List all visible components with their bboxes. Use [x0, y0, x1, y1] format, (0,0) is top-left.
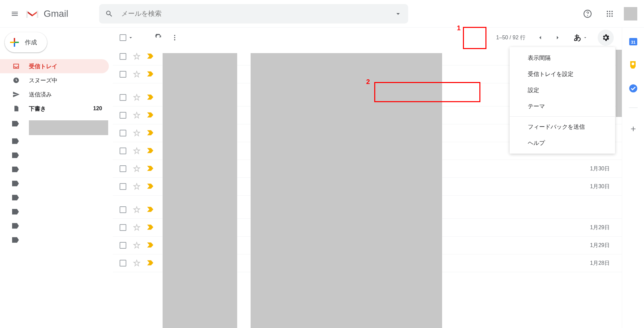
calendar-addon[interactable]: 31	[629, 37, 638, 46]
label-icon	[12, 223, 20, 231]
redacted-block	[29, 120, 108, 135]
row-checkbox[interactable]	[120, 165, 126, 172]
star-icon[interactable]	[133, 206, 140, 213]
star-icon[interactable]	[133, 53, 140, 60]
importance-icon[interactable]	[147, 53, 153, 60]
get-addons-button[interactable]: ＋	[629, 123, 638, 134]
sidebar-label-item[interactable]	[0, 206, 113, 220]
row-checkbox[interactable]	[120, 71, 126, 78]
row-checkbox[interactable]	[120, 242, 126, 249]
star-icon[interactable]	[133, 165, 140, 172]
svg-rect-1	[37, 11, 39, 18]
sidebar-item-drafts[interactable]: 下書き 120	[0, 101, 109, 116]
importance-icon[interactable]	[147, 165, 153, 172]
star-icon[interactable]	[133, 242, 140, 249]
dd-settings[interactable]: 設定	[510, 82, 615, 98]
svg-point-10	[611, 15, 613, 17]
google-apps-button[interactable]	[602, 6, 618, 22]
row-checkbox[interactable]	[120, 260, 126, 266]
sidebar-label-item[interactable]	[0, 220, 113, 234]
side-panel: 31 ＋	[622, 28, 644, 328]
row-checkbox[interactable]	[120, 148, 126, 154]
row-checkbox[interactable]	[120, 53, 126, 60]
sidebar-label-item[interactable]	[0, 149, 113, 163]
importance-icon[interactable]	[147, 130, 153, 136]
svg-point-5	[607, 13, 608, 14]
dd-themes[interactable]: テーマ	[510, 98, 615, 114]
keep-addon[interactable]	[629, 60, 638, 69]
star-icon[interactable]	[133, 71, 140, 78]
star-icon[interactable]	[133, 259, 140, 267]
next-page-button[interactable]	[550, 30, 566, 46]
compose-label: 作成	[25, 38, 37, 46]
search-input[interactable]	[115, 10, 394, 17]
label-icon	[12, 195, 20, 203]
refresh-button[interactable]	[151, 30, 167, 46]
search-bar[interactable]	[99, 4, 408, 24]
sidebar-label-item[interactable]	[0, 135, 113, 149]
header: Gmail	[0, 0, 644, 28]
sidebar-label-item[interactable]	[0, 163, 113, 177]
dd-display-density[interactable]: 表示間隔	[510, 50, 615, 66]
sent-icon	[12, 90, 20, 98]
star-icon[interactable]	[133, 129, 140, 137]
tasks-addon[interactable]	[629, 84, 638, 93]
label-icon	[12, 152, 20, 160]
importance-icon[interactable]	[147, 242, 153, 249]
row-checkbox[interactable]	[120, 130, 126, 136]
compose-button[interactable]: 作成	[5, 32, 47, 52]
input-lang-label: あ	[574, 33, 582, 43]
star-icon[interactable]	[133, 224, 140, 231]
drafts-count: 120	[93, 106, 102, 112]
more-button[interactable]	[167, 30, 183, 46]
row-checkbox[interactable]	[120, 94, 126, 101]
importance-icon[interactable]	[147, 94, 153, 101]
scrollbar-thumb[interactable]	[616, 50, 622, 117]
clock-icon	[12, 76, 20, 84]
importance-icon[interactable]	[147, 206, 153, 213]
input-language-button[interactable]: あ	[574, 33, 588, 43]
more-vert-icon	[171, 34, 178, 41]
main-menu-button[interactable]	[7, 6, 23, 22]
importance-icon[interactable]	[147, 112, 153, 119]
star-icon[interactable]	[133, 94, 140, 101]
sidebar-label-item[interactable]	[0, 234, 113, 248]
label-icon	[12, 121, 20, 129]
dd-configure-inbox[interactable]: 受信トレイを設定	[510, 66, 615, 82]
prev-page-button[interactable]	[532, 30, 548, 46]
svg-rect-0	[26, 11, 28, 18]
drafts-icon	[12, 105, 20, 113]
help-icon	[583, 9, 592, 18]
settings-button[interactable]	[598, 30, 614, 46]
star-icon[interactable]	[133, 147, 140, 155]
account-avatar[interactable]	[624, 7, 637, 20]
importance-icon[interactable]	[147, 224, 153, 231]
sidebar-item-snoozed[interactable]: スヌーズ中	[0, 73, 109, 87]
annotation-label-2: 2	[366, 78, 370, 86]
sidebar-item-label: 受信トレイ	[29, 63, 102, 70]
apps-grid-icon	[606, 10, 614, 18]
help-button[interactable]	[579, 6, 596, 22]
dd-feedback[interactable]: フィードバックを送信	[510, 119, 615, 135]
row-checkbox[interactable]	[120, 206, 126, 213]
sidebar-item-inbox[interactable]: 受信トレイ	[0, 59, 109, 73]
importance-icon[interactable]	[147, 148, 153, 154]
svg-point-4	[611, 11, 613, 12]
importance-icon[interactable]	[147, 71, 153, 78]
search-options-dropdown[interactable]	[394, 10, 402, 18]
importance-icon[interactable]	[147, 260, 153, 266]
dd-help[interactable]: ヘルプ	[510, 135, 615, 151]
row-checkbox[interactable]	[120, 183, 126, 190]
sidebar-label-item[interactable]	[0, 192, 113, 206]
row-checkbox[interactable]	[120, 224, 126, 231]
star-icon[interactable]	[133, 112, 140, 119]
gmail-logo[interactable]: Gmail	[26, 8, 68, 19]
svg-point-3	[609, 11, 610, 12]
star-icon[interactable]	[133, 183, 140, 190]
sidebar-label-item[interactable]	[0, 177, 113, 192]
importance-icon[interactable]	[147, 183, 153, 190]
sidebar-item-sent[interactable]: 送信済み	[0, 87, 109, 101]
redacted-block	[251, 53, 442, 328]
row-checkbox[interactable]	[120, 112, 126, 119]
select-all-checkbox[interactable]	[120, 34, 134, 41]
